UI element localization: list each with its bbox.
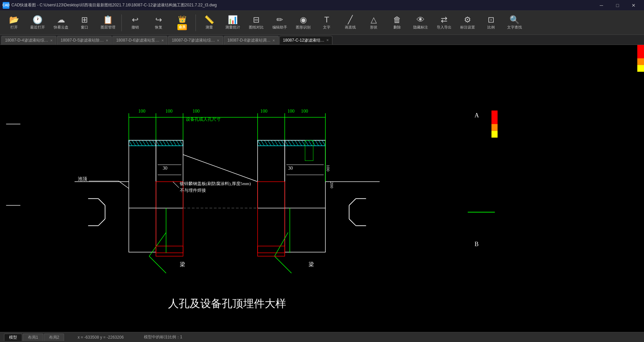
layout2-tab[interactable]: 布局2: [44, 334, 64, 341]
model-tab[interactable]: 模型: [4, 334, 22, 341]
text-label: 文字: [323, 25, 330, 30]
delete-label: 删除: [393, 25, 401, 30]
toolbar-redo-button[interactable]: ↪恢复: [147, 12, 170, 34]
svg-rect-0: [0, 50, 644, 328]
coordinates-display: x = -633508 y = -2263206: [77, 335, 123, 340]
svg-text:人孔及设备孔顶埋件大样: 人孔及设备孔顶埋件大样: [168, 297, 286, 309]
open-label: 打开: [10, 25, 18, 30]
svg-text:池顶: 池顶: [78, 176, 87, 181]
toolbar-delete-button[interactable]: 🗑删除: [386, 12, 409, 34]
hide-ann-label: 隐藏标注: [413, 25, 428, 30]
minimize-button[interactable]: ─: [594, 0, 609, 11]
tab-tab6[interactable]: 18087-C-12渗滤液结…×: [279, 36, 332, 45]
measure-stat-icon: 📊: [228, 16, 238, 24]
toolbar-layers-button[interactable]: 📋图层管理: [97, 12, 119, 34]
svg-text:梁: 梁: [180, 262, 185, 267]
tab-close-button[interactable]: ×: [50, 38, 53, 43]
svg-rect-112: [491, 111, 497, 124]
toolbar-cloud-button[interactable]: ☁快看云盘: [50, 12, 72, 34]
app-icon: CAD: [3, 2, 9, 9]
tab-bar: 18087-D-4渗滤液站综…×18087-D-5渗滤液站除…×18087-D-…: [0, 35, 644, 45]
svg-text:梁: 梁: [309, 262, 314, 267]
svg-text:200: 200: [329, 182, 334, 188]
status-tab-group: 模型 布局1 布局2: [4, 334, 64, 341]
tab-label: 18087-D-5渗滤液站除…: [61, 38, 104, 43]
toolbar-edit-assist-button[interactable]: ✏编辑助手: [268, 12, 291, 34]
tab-close-button[interactable]: ×: [161, 38, 164, 43]
toolbar-scale-button[interactable]: ⊡比例: [480, 12, 502, 34]
svg-rect-114: [491, 131, 497, 137]
titlebar-left: CAD CAD快速看图 - C:\Users\123\Desktop\邱西项目最…: [3, 2, 217, 9]
close-button[interactable]: ✕: [626, 0, 641, 11]
layout1-tab[interactable]: 布局1: [23, 334, 43, 341]
hide-ann-icon: 👁: [417, 16, 425, 24]
redo-label: 恢复: [155, 25, 162, 30]
colorbar-empty: [637, 72, 644, 332]
toolbar-line-button[interactable]: ╱画直线: [339, 12, 362, 34]
svg-text:30: 30: [288, 165, 293, 171]
tab-label: 18087-D-7渗滤液站综…: [172, 38, 215, 43]
tab-close-button[interactable]: ×: [106, 38, 108, 43]
toolbar-separator: [196, 14, 196, 31]
shape-icon: △: [371, 16, 377, 24]
undo-icon: ↩: [132, 16, 139, 24]
toolbar-window-button[interactable]: ⊞窗口: [73, 12, 96, 34]
line-icon: ╱: [348, 16, 353, 24]
measure-stat-label: 测量统计: [225, 25, 240, 30]
toolbar-ann-settings-button[interactable]: ⚙标注设置: [456, 12, 479, 34]
text-icon: T: [324, 16, 329, 24]
toolbar-open-button[interactable]: 📂打开: [3, 12, 25, 34]
compare-icon: ⊟: [253, 16, 260, 24]
text-find-icon: 🔍: [509, 16, 520, 24]
tab-tab3[interactable]: 18087-D-6渗滤液站泵…×: [112, 36, 167, 45]
scale-label: 比例: [487, 25, 495, 30]
tab-tab1[interactable]: 18087-D-4渗滤液站综…×: [1, 36, 56, 45]
canvas-area[interactable]: 100 100 100 设备孔或人孔尺寸 100 100 100: [0, 45, 644, 332]
toolbar-compare-button[interactable]: ⊟图纸对比: [245, 12, 268, 34]
edit-assist-icon: ✏: [276, 16, 283, 24]
tab-tab5[interactable]: 18087-D-8渗滤液站调…×: [224, 36, 279, 45]
toolbar-shape-id-button[interactable]: ◉图形识别: [292, 12, 315, 34]
recent-icon: 🕐: [33, 16, 43, 24]
toolbar-shape-button[interactable]: △形状: [362, 12, 385, 34]
tab-tab4[interactable]: 18087-D-7渗滤液站综…×: [168, 36, 223, 45]
toolbar-recent-button[interactable]: 🕐最近打开: [26, 12, 49, 34]
shape-id-icon: ◉: [300, 16, 307, 24]
vip-icon: 👑: [178, 15, 186, 23]
toolbar: 📂打开🕐最近打开☁快看云盘⊞窗口📋图层管理↩撤销↪恢复👑会员📏测量📊测量统计⊟图…: [0, 11, 644, 35]
open-icon: 📂: [9, 16, 19, 24]
toolbar-vip-button[interactable]: 👑会员: [171, 12, 194, 34]
line-label: 画直线: [345, 25, 356, 30]
tab-close-button[interactable]: ×: [326, 38, 329, 43]
toolbar-import-export-button[interactable]: ⇄导入导出: [433, 12, 455, 34]
tab-close-button[interactable]: ×: [217, 38, 219, 43]
ann-settings-label: 标注设置: [460, 25, 475, 30]
toolbar-undo-button[interactable]: ↩撤销: [124, 12, 147, 34]
tab-close-button[interactable]: ×: [273, 38, 275, 43]
toolbar-text-find-button[interactable]: 🔍文字查找: [503, 12, 526, 34]
toolbar-measure-button[interactable]: 📏测量: [198, 12, 221, 34]
svg-text:设备孔或人孔尺寸: 设备孔或人孔尺寸: [186, 117, 221, 122]
toolbar-hide-ann-button[interactable]: 👁隐藏标注: [409, 12, 432, 34]
window-icon: ⊞: [81, 16, 88, 24]
tab-label: 18087-D-8渗滤液站调…: [227, 38, 271, 43]
svg-text:不与埋件焊接: 不与埋件焊接: [180, 188, 206, 193]
svg-text:镀锌麟钢盖板(刷防腐涂料),厚度5mm): 镀锌麟钢盖板(刷防腐涂料),厚度5mm): [179, 181, 251, 186]
maximize-button[interactable]: □: [610, 0, 625, 11]
compare-label: 图纸对比: [249, 25, 264, 30]
vip-label: 会员: [177, 24, 187, 30]
toolbar-measure-stat-button[interactable]: 📊测量统计: [221, 12, 244, 34]
toolbar-separator: [121, 14, 122, 31]
measure-icon: 📏: [204, 16, 214, 24]
svg-text:A: A: [475, 112, 479, 119]
toolbar-text-button[interactable]: T文字: [315, 12, 338, 34]
tab-tab2[interactable]: 18087-D-5渗滤液站除…×: [57, 36, 112, 45]
window-title: CAD快速看图 - C:\Users\123\Desktop\邱西项目最新图纸2…: [11, 2, 217, 8]
svg-rect-113: [491, 124, 497, 131]
import-export-icon: ⇄: [441, 16, 447, 24]
scale-icon: ⊡: [488, 16, 494, 24]
titlebar-controls: ─ □ ✕: [594, 0, 641, 11]
layers-icon: 📋: [103, 16, 113, 24]
titlebar: CAD CAD快速看图 - C:\Users\123\Desktop\邱西项目最…: [0, 0, 644, 11]
redo-icon: ↪: [155, 16, 162, 24]
